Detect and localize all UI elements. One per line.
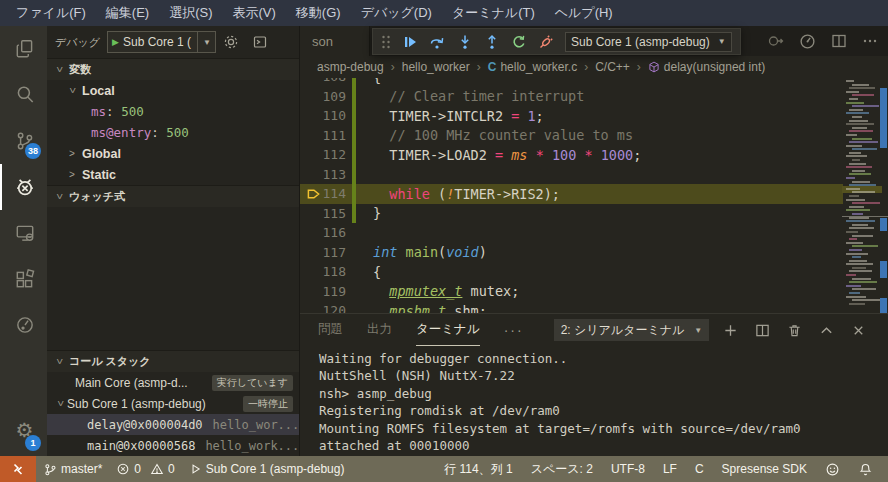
breadcrumb-label: delay(unsigned int) [664,60,765,74]
menu-item-7[interactable]: ヘルプ(H) [545,0,623,26]
menu-item-1[interactable]: 編集(E) [96,0,159,26]
code-line-108[interactable]: 108{ [300,78,843,87]
launch-configuration-select[interactable]: ▶ Sub Core 1 ( ▼ [107,31,216,53]
code-line-119[interactable]: 119 mpmutex_t mutex; [300,282,843,302]
language-mode-status[interactable]: C [686,462,713,476]
step-into-icon[interactable] [457,34,473,50]
minimap-line [849,249,862,251]
source-control-icon[interactable]: 38 [0,118,47,164]
variables-scope-static[interactable]: > Static [47,164,299,185]
code-line-109[interactable]: 109 // Clear timer interrupt [300,87,843,107]
new-terminal-icon[interactable] [723,323,738,338]
step-out-icon[interactable] [484,34,500,50]
editor-tab-truncated[interactable]: son [300,26,370,56]
notifications-bell-icon[interactable] [849,462,882,477]
callstack-row-thread-exp[interactable]: >Sub Core 1 (asmp-debug)一時停止 [47,393,299,414]
restart-icon[interactable] [511,34,527,50]
split-editor-icon[interactable] [831,33,847,49]
code-line-112[interactable]: 112 TIMER->LOAD2 = ms * 100 * 1000; [300,145,843,165]
step-over-icon[interactable] [429,34,446,50]
code-line-120[interactable]: 120 mpshm_t shm; [300,301,843,313]
maximize-panel-icon[interactable] [819,323,834,338]
callstack-section-header[interactable]: > コール スタック [47,350,299,372]
variables-scope-global[interactable]: > Global [47,143,299,164]
code-line-117[interactable]: 117int main(void) [300,243,843,263]
breadcrumb-item[interactable]: asmp-debug [317,60,384,74]
scope-label: Global [82,147,121,161]
watch-section-header[interactable]: > ウォッチ式 [47,185,299,207]
menu-item-6[interactable]: ターミナル(T) [442,0,545,26]
debug-session-select[interactable]: Sub Core 1 (asmp-debug) ▼ [565,32,732,52]
continue-icon[interactable] [402,34,418,50]
encoding-status[interactable]: UTF-8 [602,462,654,476]
minimap-line [852,235,873,237]
breadcrumb-item[interactable]: Chello_worker.c [488,60,577,74]
terminal-select[interactable]: 2: シリアルターミナル ▼ [554,319,710,341]
panel-tab-1[interactable]: 出力 [367,314,392,346]
callstack-row-thread[interactable]: Main Core (asmp-d...実行しています [47,372,299,393]
problems-status[interactable]: 0 0 [109,456,181,482]
code-line-114[interactable]: 114 while (!TIMER->RIS2); [300,184,843,204]
debug-console-icon[interactable] [252,34,268,50]
disconnect-icon[interactable] [538,34,554,50]
code-token [373,108,389,124]
git-branch-status[interactable]: master* [36,456,109,482]
callstack-row-frame[interactable]: delay@0x000004d0hello_wor... [47,414,299,435]
start-debug-icon[interactable]: ▶ [112,37,119,47]
code-line-110[interactable]: 110 TIMER->INTCLR2 = 1; [300,106,843,126]
variables-scope-local[interactable]: > Local [47,80,299,101]
minimap[interactable] [846,80,876,306]
variable-row[interactable]: ms@entry: 500 [47,122,299,143]
editor-tab-bar: son [300,26,888,56]
split-terminal-icon[interactable] [755,323,770,338]
menu-item-0[interactable]: ファイル(F) [6,0,96,26]
debug-target-status[interactable]: Sub Core 1 (asmp-debug) [182,456,352,482]
menu-item-3[interactable]: 表示(V) [223,0,286,26]
configure-gear-icon[interactable] [223,34,239,50]
code-line-115[interactable]: 115} [300,204,843,224]
editor-actions [767,26,878,56]
line-col-status[interactable]: 行 114、列 1 [435,461,521,478]
explorer-icon[interactable] [0,26,47,72]
kill-terminal-trash-icon[interactable] [787,323,802,338]
callstack-row-frame[interactable]: main@0x00000568hello_work... [47,435,299,456]
more-actions-icon[interactable] [862,33,878,49]
variable-row[interactable]: ms: 500 [47,101,299,122]
code-token: // Clear timer interrupt [389,88,584,104]
code-line-111[interactable]: 111 // 100 MHz counter value to ms [300,126,843,146]
menu-item-2[interactable]: 選択(S) [159,0,222,26]
variables-section-header[interactable]: > 変数 [47,58,299,80]
code-line-116[interactable]: 116 [300,223,843,243]
extensions-icon[interactable] [0,256,47,302]
debug-icon[interactable] [0,164,47,210]
more-tabs-icon[interactable]: ··· [504,322,524,338]
breadcrumb-item[interactable]: hello_worker [402,60,470,74]
code-line-118[interactable]: 118{ [300,262,843,282]
overview-ruler[interactable] [880,78,887,313]
code-line-113[interactable]: 113 [300,165,843,185]
spresense-tools-icon[interactable] [0,302,47,348]
remote-explorer-icon[interactable] [0,210,47,256]
close-panel-icon[interactable] [851,323,866,338]
run-without-debugging-icon[interactable] [767,33,784,49]
eol-status[interactable]: LF [654,462,686,476]
code-token [462,283,470,299]
menu-item-5[interactable]: デバッグ(D) [351,0,442,26]
feedback-smiley-icon[interactable] [816,462,849,477]
settings-gear-icon[interactable]: ⚙ 1 [0,404,47,456]
panel-tab-0[interactable]: 問題 [318,314,343,346]
breadcrumb-item[interactable]: C/C++ [595,60,630,74]
indentation-status[interactable]: スペース: 2 [522,461,602,478]
code-token: ( [430,186,446,202]
code-editor[interactable]: 108{109 // Clear timer interrupt110 TIME… [300,78,888,313]
profiler-clock-icon[interactable] [799,33,816,50]
remote-indicator[interactable] [0,456,36,482]
toolbar-drag-grip[interactable] [381,34,391,50]
sdk-status[interactable]: Spresense SDK [713,462,816,476]
debug-sidebar: デバッグ ▶ Sub Core 1 ( ▼ > 変数 > Local ms: 5… [47,26,300,456]
menu-item-4[interactable]: 移動(G) [286,0,351,26]
panel-tab-2[interactable]: ターミナル [416,314,480,346]
breadcrumb-item[interactable]: delay(unsigned int) [648,60,765,74]
search-icon[interactable] [0,72,47,118]
terminal-output[interactable]: Waiting for debugger connection..NuttShe… [300,346,888,456]
